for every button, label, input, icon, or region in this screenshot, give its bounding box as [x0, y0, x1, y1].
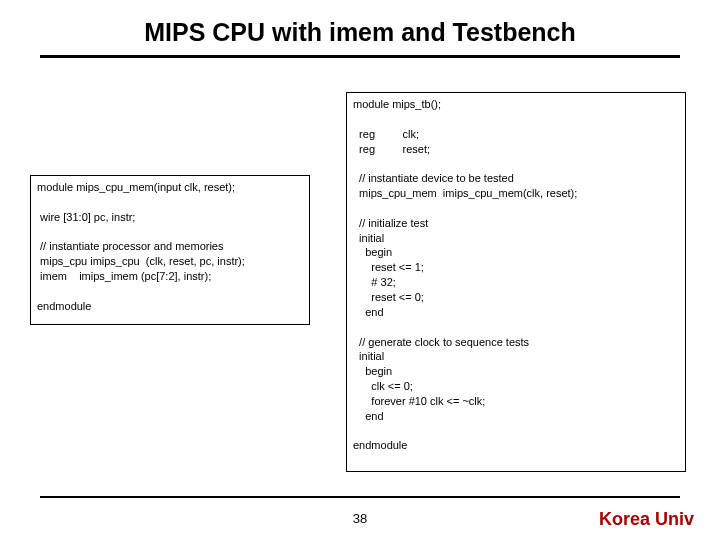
divider-top — [40, 55, 680, 58]
footer-brand: Korea Univ — [599, 509, 694, 530]
code-box-right: module mips_tb(); reg clk; reg reset; //… — [346, 92, 686, 472]
slide-title: MIPS CPU with imem and Testbench — [0, 0, 720, 47]
divider-bottom — [40, 496, 680, 498]
slide: MIPS CPU with imem and Testbench module … — [0, 0, 720, 540]
code-box-left: module mips_cpu_mem(input clk, reset); w… — [30, 175, 310, 325]
